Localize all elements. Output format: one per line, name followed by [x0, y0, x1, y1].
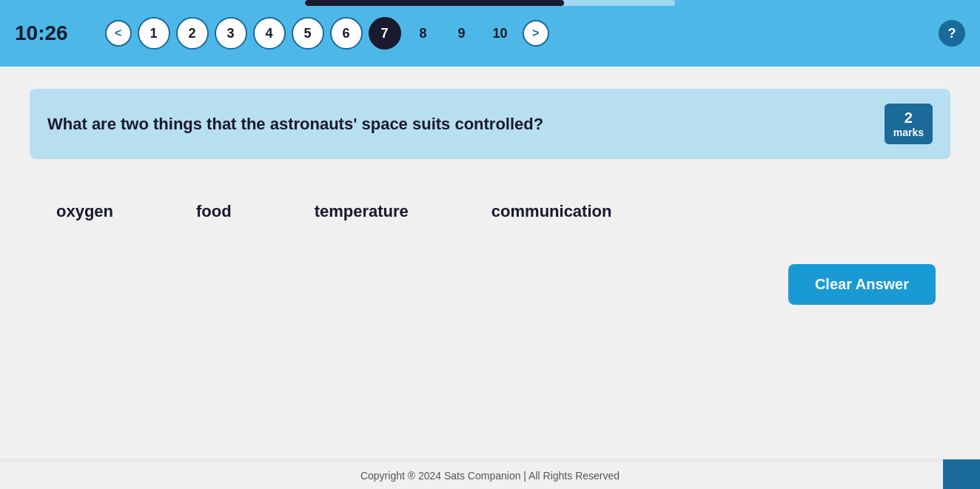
- nav-number-4[interactable]: 4: [253, 17, 286, 50]
- clear-answer-button[interactable]: Clear Answer: [788, 264, 936, 305]
- bottom-corner-decoration: [943, 459, 980, 489]
- answer-option-communication[interactable]: communication: [480, 196, 624, 227]
- top-bar: 10:26 < 1 2 3 4 5 6 7 8 9 10 > ?: [0, 0, 980, 67]
- nav-container: < 1 2 3 4 5 6 7 8 9 10 >: [105, 17, 549, 50]
- marks-label: marks: [893, 127, 924, 138]
- nav-next-button[interactable]: >: [523, 20, 549, 47]
- question-text: What are two things that the astronauts'…: [47, 115, 885, 134]
- nav-number-3[interactable]: 3: [215, 17, 247, 50]
- footer: Copyright ® 2024 Sats Companion | All Ri…: [0, 462, 980, 489]
- answer-option-temperature[interactable]: temperature: [303, 196, 420, 227]
- progress-bar-container: [305, 0, 675, 6]
- answer-options: oxygen food temperature communication: [30, 181, 950, 242]
- answer-option-oxygen[interactable]: oxygen: [44, 196, 125, 227]
- nav-number-6[interactable]: 6: [330, 17, 363, 50]
- nav-number-2[interactable]: 2: [176, 17, 209, 50]
- progress-bar-fill: [305, 0, 564, 6]
- main-content: What are two things that the astronauts'…: [0, 67, 980, 459]
- copyright-text: Copyright ® 2024 Sats Companion | All Ri…: [360, 470, 620, 482]
- answer-option-food[interactable]: food: [184, 196, 244, 227]
- nav-number-5[interactable]: 5: [292, 17, 324, 50]
- nav-prev-button[interactable]: <: [105, 20, 132, 47]
- help-button[interactable]: ?: [939, 20, 965, 47]
- marks-badge: 2 marks: [885, 104, 933, 144]
- nav-number-1[interactable]: 1: [138, 17, 170, 50]
- timer: 10:26: [15, 21, 68, 45]
- nav-number-9[interactable]: 9: [446, 17, 478, 50]
- question-box: What are two things that the astronauts'…: [30, 89, 950, 159]
- nav-number-8[interactable]: 8: [407, 17, 440, 50]
- nav-number-10[interactable]: 10: [484, 17, 517, 50]
- clear-answer-container: Clear Answer: [30, 264, 950, 305]
- nav-number-7[interactable]: 7: [369, 17, 401, 50]
- marks-number: 2: [893, 109, 924, 127]
